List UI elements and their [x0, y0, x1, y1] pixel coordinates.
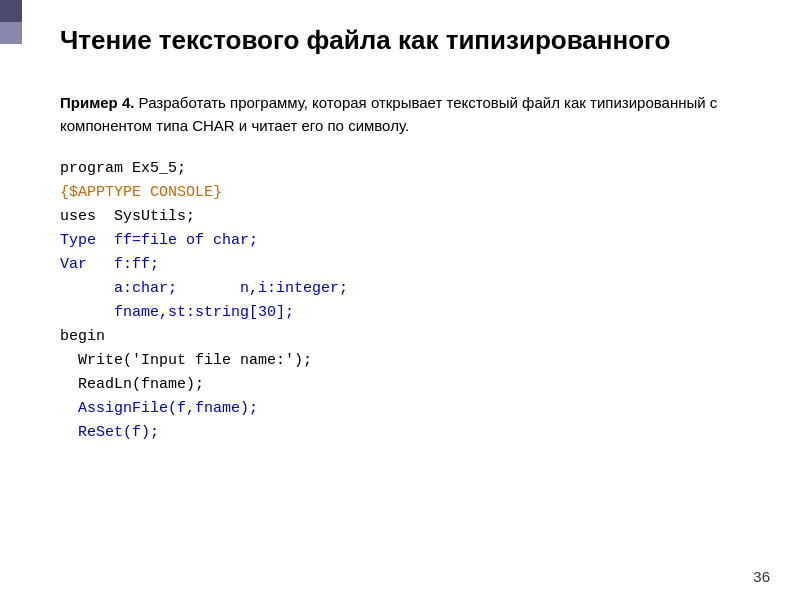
code-line: program Ex5_5;: [60, 157, 770, 181]
code-line: AssignFile(f,fname);: [60, 397, 770, 421]
decoration: [0, 0, 22, 44]
deco-square-light: [0, 22, 22, 44]
example-label: Пример 4.: [60, 94, 134, 111]
code-line: fname,st:string[30];: [60, 301, 770, 325]
code-block: program Ex5_5;{$APPTYPE CONSOLE}uses Sys…: [30, 157, 770, 445]
deco-square-dark: [0, 0, 22, 22]
code-line: ReSet(f);: [60, 421, 770, 445]
code-line: uses SysUtils;: [60, 205, 770, 229]
code-line: Type ff=file of char;: [60, 229, 770, 253]
example-body: Разработать программу, которая открывает…: [60, 94, 717, 134]
example-paragraph: Пример 4. Разработать программу, которая…: [30, 92, 770, 137]
title-row: Чтение текстового файла как типизированн…: [30, 20, 770, 74]
slide-container: Чтение текстового файла как типизированн…: [0, 0, 800, 600]
code-line: a:char; n,i:integer;: [60, 277, 770, 301]
slide-title: Чтение текстового файла как типизированн…: [60, 25, 670, 56]
code-line: begin: [60, 325, 770, 349]
code-line: Write('Input file name:');: [60, 349, 770, 373]
code-line: Var f:ff;: [60, 253, 770, 277]
code-line: {$APPTYPE CONSOLE}: [60, 181, 770, 205]
code-line: ReadLn(fname);: [60, 373, 770, 397]
page-number: 36: [753, 568, 770, 585]
